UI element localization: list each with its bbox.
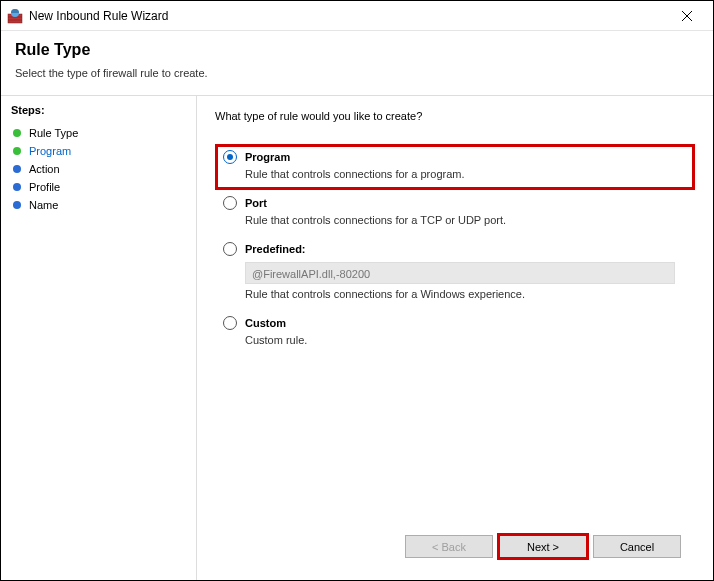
rule-type-question: What type of rule would you like to crea… — [215, 110, 695, 122]
step-name[interactable]: Name — [11, 196, 186, 214]
step-profile[interactable]: Profile — [11, 178, 186, 196]
page-subtitle: Select the type of firewall rule to crea… — [15, 67, 699, 79]
close-icon — [682, 11, 692, 21]
step-program[interactable]: Program — [11, 142, 186, 160]
window-title: New Inbound Rule Wizard — [29, 9, 667, 23]
option-label: Predefined: — [245, 243, 306, 255]
step-label: Program — [29, 145, 71, 157]
radio-port[interactable] — [223, 196, 237, 210]
wizard-content: What type of rule would you like to crea… — [197, 96, 713, 580]
wizard-window: New Inbound Rule Wizard Rule Type Select… — [0, 0, 714, 581]
rule-type-options: ProgramRule that controls connections fo… — [215, 144, 695, 356]
step-label: Name — [29, 199, 58, 211]
step-label: Profile — [29, 181, 60, 193]
step-label: Action — [29, 163, 60, 175]
option-label: Port — [245, 197, 267, 209]
titlebar: New Inbound Rule Wizard — [1, 1, 713, 31]
page-title: Rule Type — [15, 41, 699, 59]
back-button[interactable]: < Back — [405, 535, 493, 558]
step-label: Rule Type — [29, 127, 78, 139]
next-button[interactable]: Next > — [499, 535, 587, 558]
step-bullet-icon — [13, 165, 21, 173]
step-bullet-icon — [13, 129, 21, 137]
option-predefined: Predefined:@FirewallAPI.dll,-80200Rule t… — [215, 236, 695, 310]
option-program: ProgramRule that controls connections fo… — [215, 144, 695, 190]
radio-custom[interactable] — [223, 316, 237, 330]
steps-heading: Steps: — [11, 104, 186, 116]
option-desc: Rule that controls connections for a TCP… — [245, 214, 687, 226]
option-desc: Rule that controls connections for a Win… — [245, 288, 687, 300]
wizard-footer: < Back Next > Cancel — [215, 523, 695, 570]
predefined-select[interactable]: @FirewallAPI.dll,-80200 — [245, 262, 675, 284]
option-desc: Custom rule. — [245, 334, 687, 346]
wizard-header: Rule Type Select the type of firewall ru… — [1, 31, 713, 87]
option-custom: CustomCustom rule. — [215, 310, 695, 356]
option-label: Custom — [245, 317, 286, 329]
cancel-button[interactable]: Cancel — [593, 535, 681, 558]
wizard-body: Steps: Rule TypeProgramActionProfileName… — [1, 96, 713, 580]
steps-sidebar: Steps: Rule TypeProgramActionProfileName — [1, 96, 196, 580]
close-button[interactable] — [667, 2, 707, 30]
step-bullet-icon — [13, 201, 21, 209]
option-port: PortRule that controls connections for a… — [215, 190, 695, 236]
step-bullet-icon — [13, 183, 21, 191]
step-action[interactable]: Action — [11, 160, 186, 178]
option-desc: Rule that controls connections for a pro… — [245, 168, 687, 180]
step-bullet-icon — [13, 147, 21, 155]
option-label: Program — [245, 151, 290, 163]
step-rule-type[interactable]: Rule Type — [11, 124, 186, 142]
firewall-icon — [7, 8, 23, 24]
radio-predefined[interactable] — [223, 242, 237, 256]
radio-program[interactable] — [223, 150, 237, 164]
